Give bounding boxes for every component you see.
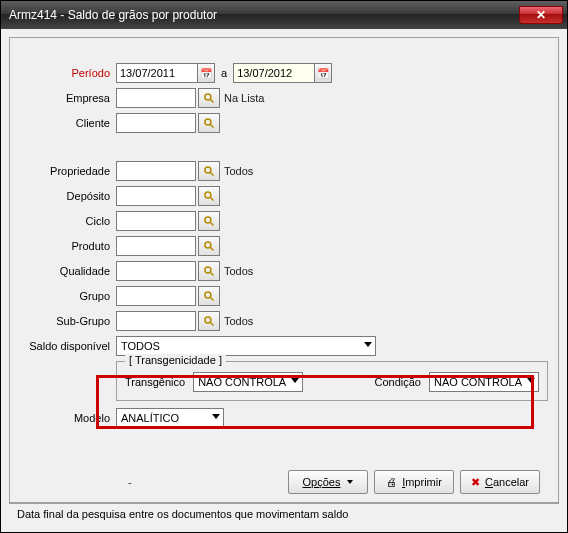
ciclo-input[interactable]	[116, 211, 196, 231]
titlebar: Armz414 - Saldo de grãos por produtor ✕	[1, 1, 567, 29]
button-bar: - Opções 🖨 Imprimir ✖ Cancelar	[28, 463, 540, 494]
close-icon: ✕	[536, 8, 546, 22]
row-empresa: Empresa Na Lista	[28, 87, 540, 109]
deposito-input[interactable]	[116, 186, 196, 206]
produto-lookup-button[interactable]	[198, 236, 220, 256]
label-saldo: Saldo disponível	[28, 340, 116, 352]
label-subgrupo: Sub-Grupo	[28, 315, 116, 327]
row-cliente: Cliente	[28, 112, 540, 134]
cliente-lookup-button[interactable]	[198, 113, 220, 133]
svg-point-2	[205, 119, 211, 125]
svg-line-15	[211, 298, 214, 301]
label-grupo: Grupo	[28, 290, 116, 302]
grupo-lookup-button[interactable]	[198, 286, 220, 306]
cancelar-label: Cancelar	[485, 476, 529, 488]
row-propriedade: Propriedade Todos	[28, 160, 540, 182]
row-qualidade: Qualidade Todos	[28, 260, 540, 282]
saldo-value: TODOS	[121, 340, 160, 352]
search-icon	[203, 165, 215, 177]
label-propriedade: Propriedade	[28, 165, 116, 177]
cliente-input[interactable]	[116, 113, 196, 133]
calendar-icon: 📅	[317, 68, 329, 79]
search-icon	[203, 265, 215, 277]
periodo-de-calendar-button[interactable]: 📅	[197, 63, 215, 83]
chevron-down-icon	[527, 378, 535, 383]
svg-point-16	[205, 317, 211, 323]
periodo-ate-calendar-button[interactable]: 📅	[314, 63, 332, 83]
deposito-lookup-button[interactable]	[198, 186, 220, 206]
modelo-value: ANALÍTICO	[121, 412, 179, 424]
imprimir-button[interactable]: 🖨 Imprimir	[374, 470, 454, 494]
saldo-combo[interactable]: TODOS	[116, 336, 376, 356]
subgrupo-lookup-button[interactable]	[198, 311, 220, 331]
label-cliente: Cliente	[28, 117, 116, 129]
subgrupo-input[interactable]	[116, 311, 196, 331]
svg-line-5	[211, 173, 214, 176]
label-deposito: Depósito	[28, 190, 116, 202]
search-icon	[203, 240, 215, 252]
label-empresa: Empresa	[28, 92, 116, 104]
propriedade-lookup-button[interactable]	[198, 161, 220, 181]
label-produto: Produto	[28, 240, 116, 252]
search-icon	[203, 215, 215, 227]
search-icon	[203, 92, 215, 104]
fieldset-inner: Transgênico NÃO CONTROLA Condição NÃO CO…	[125, 372, 539, 392]
chevron-down-icon	[291, 378, 299, 383]
transgenico-combo[interactable]: NÃO CONTROLA	[193, 372, 303, 392]
legend-transgenicidade: [ Transgenicidade ]	[125, 354, 226, 366]
fieldset-transgenicidade: [ Transgenicidade ] Transgênico NÃO CONT…	[116, 361, 548, 401]
svg-point-8	[205, 217, 211, 223]
label-modelo: Modelo	[28, 412, 116, 424]
opcoes-label: Opções	[303, 476, 341, 488]
periodo-de-input[interactable]	[116, 63, 198, 83]
svg-line-3	[211, 125, 214, 128]
chevron-down-icon	[212, 414, 220, 419]
spacer	[28, 137, 540, 157]
label-condicao: Condição	[375, 376, 421, 388]
empresa-input[interactable]	[116, 88, 196, 108]
svg-point-12	[205, 267, 211, 273]
chevron-down-icon	[347, 480, 353, 484]
close-button[interactable]: ✕	[519, 6, 563, 24]
svg-point-4	[205, 167, 211, 173]
row-saldo: Saldo disponível TODOS	[28, 335, 540, 357]
printer-icon: 🖨	[386, 476, 397, 488]
produto-input[interactable]	[116, 236, 196, 256]
empresa-desc: Na Lista	[224, 92, 264, 104]
row-deposito: Depósito	[28, 185, 540, 207]
search-icon	[203, 117, 215, 129]
opcoes-button[interactable]: Opções	[288, 470, 368, 494]
window-title: Armz414 - Saldo de grãos por produtor	[9, 8, 519, 22]
svg-point-14	[205, 292, 211, 298]
form-panel: Período 📅 a 📅 Empresa Na Lista	[9, 37, 559, 503]
row-subgrupo: Sub-Grupo Todos	[28, 310, 540, 332]
qualidade-input[interactable]	[116, 261, 196, 281]
calendar-icon: 📅	[200, 68, 212, 79]
label-ciclo: Ciclo	[28, 215, 116, 227]
dash-indicator: -	[128, 476, 132, 488]
cancelar-button[interactable]: ✖ Cancelar	[460, 470, 540, 494]
empresa-lookup-button[interactable]	[198, 88, 220, 108]
row-periodo: Período 📅 a 📅	[28, 62, 540, 84]
transgenico-value: NÃO CONTROLA	[198, 376, 286, 388]
chevron-down-icon	[364, 342, 372, 347]
svg-point-0	[205, 94, 211, 100]
condicao-combo[interactable]: NÃO CONTROLA	[429, 372, 539, 392]
condicao-value: NÃO CONTROLA	[434, 376, 522, 388]
svg-line-13	[211, 273, 214, 276]
ciclo-lookup-button[interactable]	[198, 211, 220, 231]
client-area: Período 📅 a 📅 Empresa Na Lista	[1, 29, 567, 532]
label-periodo: Período	[28, 67, 116, 79]
row-produto: Produto	[28, 235, 540, 257]
subgrupo-desc: Todos	[224, 315, 253, 327]
imprimir-label: Imprimir	[402, 476, 442, 488]
grupo-input[interactable]	[116, 286, 196, 306]
propriedade-input[interactable]	[116, 161, 196, 181]
row-grupo: Grupo	[28, 285, 540, 307]
qualidade-lookup-button[interactable]	[198, 261, 220, 281]
modelo-combo[interactable]: ANALÍTICO	[116, 408, 224, 428]
svg-point-10	[205, 242, 211, 248]
label-a: a	[215, 67, 233, 79]
periodo-ate-input[interactable]	[233, 63, 315, 83]
propriedade-desc: Todos	[224, 165, 253, 177]
